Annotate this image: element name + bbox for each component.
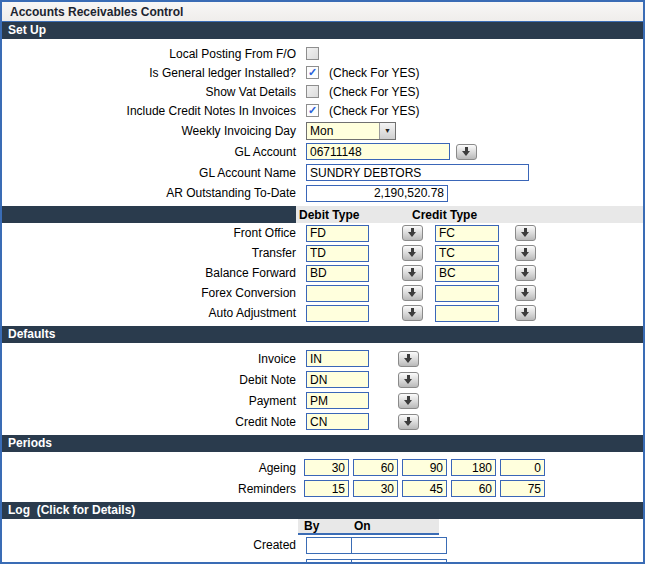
- ageing-label: Ageing: [2, 461, 298, 475]
- reminders-input-5[interactable]: [500, 480, 545, 497]
- local-posting-label: Local Posting From F/O: [2, 47, 298, 61]
- payment-input[interactable]: [306, 392, 369, 409]
- row-front-office: Front Office: [2, 223, 643, 243]
- created-by-cell: [307, 538, 352, 553]
- transfer-credit-input[interactable]: [435, 245, 499, 262]
- show-vat-details-checkbox[interactable]: [306, 85, 319, 98]
- accounts-receivables-control-window: Accounts Receivables Control Set Up Loca…: [0, 0, 645, 564]
- row-general-ledger-installed: Is General ledger Installed? (Check For …: [2, 63, 643, 82]
- front-office-debit-input[interactable]: [306, 225, 369, 242]
- section-header-periods: Periods: [2, 435, 643, 452]
- front-office-credit-input[interactable]: [435, 225, 499, 242]
- weekly-invoicing-day-label: Weekly Invoicing Day: [2, 124, 298, 138]
- balance-forward-debit-input[interactable]: [306, 265, 369, 282]
- down-arrow-icon: [407, 248, 418, 258]
- include-credit-notes-label: Include Credit Notes In Invoices: [2, 104, 298, 118]
- transfer-debit-lookup-button[interactable]: [402, 245, 423, 261]
- row-include-credit-notes: Include Credit Notes In Invoices (Check …: [2, 101, 643, 120]
- row-credit-note: Credit Note: [2, 411, 643, 432]
- balance-forward-debit-lookup-button[interactable]: [402, 265, 423, 281]
- forex-conversion-debit-input[interactable]: [306, 285, 369, 302]
- payment-label: Payment: [2, 394, 298, 408]
- section-header-log[interactable]: Log (Click for Details): [2, 502, 643, 519]
- down-arrow-icon: [403, 417, 414, 427]
- row-reminders: Reminders: [2, 478, 643, 499]
- balance-forward-credit-lookup-button[interactable]: [515, 265, 536, 281]
- auto-adjustment-label: Auto Adjustment: [2, 306, 298, 320]
- general-ledger-installed-checkbox[interactable]: [306, 66, 319, 79]
- forex-conversion-credit-input[interactable]: [435, 285, 499, 302]
- credit-note-lookup-button[interactable]: [398, 414, 419, 430]
- credit-note-label: Credit Note: [2, 415, 298, 429]
- forex-conversion-debit-lookup-button[interactable]: [402, 285, 423, 301]
- check-note: (Check For YES): [329, 85, 419, 99]
- down-arrow-icon: [407, 308, 418, 318]
- auto-adjustment-debit-input[interactable]: [306, 305, 369, 322]
- transfer-credit-lookup-button[interactable]: [515, 245, 536, 261]
- reminders-input-2[interactable]: [353, 480, 398, 497]
- general-ledger-installed-label: Is General ledger Installed?: [2, 66, 298, 80]
- last-modified-label: Last Modified: [2, 560, 298, 564]
- down-arrow-icon: [403, 375, 414, 385]
- created-values-box: [306, 537, 447, 554]
- last-modified-on-cell: [352, 560, 446, 565]
- last-modified-by-cell: [307, 560, 352, 565]
- down-arrow-icon: [407, 228, 418, 238]
- page-title: Accounts Receivables Control: [2, 2, 643, 22]
- ageing-input-5[interactable]: [500, 459, 545, 476]
- section-header-defaults: Defaults: [2, 326, 643, 343]
- reminders-input-1[interactable]: [304, 480, 349, 497]
- down-arrow-icon: [520, 228, 531, 238]
- last-modified-values-box: [306, 559, 447, 565]
- forex-conversion-credit-lookup-button[interactable]: [515, 285, 536, 301]
- down-arrow-icon: [461, 147, 472, 157]
- log-by-header: By: [298, 519, 354, 533]
- debit-note-lookup-button[interactable]: [398, 372, 419, 388]
- row-ageing: Ageing: [2, 457, 643, 478]
- invoice-lookup-button[interactable]: [398, 351, 419, 367]
- auto-adjustment-credit-input[interactable]: [435, 305, 499, 322]
- row-ar-outstanding: AR Outstanding To-Date: [2, 183, 643, 203]
- ageing-input-3[interactable]: [402, 459, 447, 476]
- row-invoice: Invoice: [2, 348, 643, 369]
- reminders-label: Reminders: [2, 482, 298, 496]
- ar-outstanding-input[interactable]: [306, 185, 448, 202]
- transfer-debit-input[interactable]: [306, 245, 369, 262]
- credit-note-input[interactable]: [306, 413, 369, 430]
- down-arrow-icon: [520, 268, 531, 278]
- chevron-down-icon: ▼: [379, 123, 395, 139]
- type-table-header: Debit Type Credit Type: [2, 206, 643, 223]
- ageing-input-4[interactable]: [451, 459, 496, 476]
- balance-forward-credit-input[interactable]: [435, 265, 499, 282]
- ageing-input-2[interactable]: [353, 459, 398, 476]
- show-vat-details-label: Show Vat Details: [2, 85, 298, 99]
- gl-account-name-input[interactable]: [306, 164, 529, 181]
- select-value: Mon: [307, 124, 379, 138]
- gl-account-input[interactable]: [306, 143, 450, 160]
- down-arrow-icon: [520, 288, 531, 298]
- down-arrow-icon: [407, 288, 418, 298]
- include-credit-notes-checkbox[interactable]: [306, 104, 319, 117]
- payment-lookup-button[interactable]: [398, 393, 419, 409]
- gl-account-lookup-button[interactable]: [456, 144, 477, 160]
- reminders-input-4[interactable]: [451, 480, 496, 497]
- debit-type-header: Debit Type: [296, 208, 409, 222]
- debit-note-input[interactable]: [306, 371, 369, 388]
- ageing-input-1[interactable]: [304, 459, 349, 476]
- invoice-input[interactable]: [306, 350, 369, 367]
- section-header-setup: Set Up: [2, 22, 643, 39]
- weekly-invoicing-day-select[interactable]: Mon ▼: [306, 122, 396, 140]
- front-office-debit-lookup-button[interactable]: [402, 225, 423, 241]
- auto-adjustment-debit-lookup-button[interactable]: [402, 305, 423, 321]
- row-gl-account: GL Account: [2, 141, 643, 162]
- row-created: Created: [2, 535, 643, 555]
- front-office-credit-lookup-button[interactable]: [515, 225, 536, 241]
- reminders-input-3[interactable]: [402, 480, 447, 497]
- check-note: (Check For YES): [329, 104, 419, 118]
- row-weekly-invoicing-day: Weekly Invoicing Day Mon ▼: [2, 120, 643, 141]
- auto-adjustment-credit-lookup-button[interactable]: [515, 305, 536, 321]
- local-posting-checkbox[interactable]: [306, 47, 319, 60]
- gl-account-name-label: GL Account Name: [2, 166, 298, 180]
- credit-type-header: Credit Type: [409, 208, 477, 222]
- balance-forward-label: Balance Forward: [2, 266, 298, 280]
